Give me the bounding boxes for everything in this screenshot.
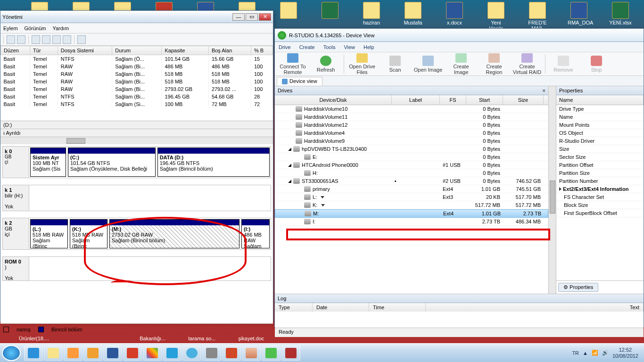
property-row[interactable]: Drive Type (556, 105, 644, 113)
desktop-icon[interactable]: haziran (360, 2, 383, 30)
property-row[interactable]: Sector Size (556, 153, 644, 161)
property-row[interactable]: R-Studio Driver (556, 137, 644, 145)
drive-row[interactable]: I:2.73 TB486.34 MB (275, 218, 548, 226)
volume-row[interactable]: BasitTemelRAWSağlam (Bi...2793.02 GB2793… (1, 85, 273, 93)
taskbar-item[interactable] (123, 346, 142, 361)
volume-row[interactable]: BasitTemelNTFSSağlam (Bi...196.45 GB54.6… (1, 93, 273, 100)
menu-action[interactable]: Eylem (3, 25, 18, 31)
desktop-icon[interactable]: FRED'E MAİL (526, 2, 549, 30)
horizontal-scrollbar[interactable] (0, 137, 273, 144)
col-layout[interactable]: Düzen (1, 46, 30, 55)
system-tray[interactable]: TR ▲ 📶 🔊 12:52 10/08/2012 (572, 347, 642, 358)
tab-device-view[interactable]: Device view (277, 77, 322, 86)
taskbar-item[interactable] (64, 346, 83, 361)
property-row[interactable]: Name (556, 113, 644, 121)
drive-row[interactable]: ◢ HTCAndroid Phone0000#1 USB0 Bytes (275, 161, 548, 169)
toolbar-button[interactable] (7, 35, 15, 44)
desktop-icon[interactable]: RMA_DOA ... (568, 2, 590, 30)
log-columns[interactable]: Type Date Time Text (275, 303, 644, 312)
menu-create[interactable]: Create (299, 44, 315, 50)
menu-help[interactable]: Help (363, 44, 374, 50)
vertical-scrollbar[interactable] (548, 86, 556, 294)
taskbar-item[interactable] (202, 346, 221, 361)
toolbar-button[interactable] (63, 35, 71, 44)
close-panel-icon[interactable]: × (543, 88, 545, 93)
menu-view[interactable]: View (344, 44, 355, 50)
maximize-button[interactable]: ▭ (246, 13, 258, 21)
drives-list[interactable]: HarddiskVolume100 Bytes HarddiskVolume11… (275, 105, 548, 294)
connect-remote-button[interactable]: Connect To Remote (278, 53, 308, 75)
properties-tab-button[interactable]: ⚙ Properties (558, 283, 598, 292)
menu-drive[interactable]: Drive (279, 44, 291, 50)
property-row[interactable]: Partition Offset (556, 161, 644, 169)
open-drive-files-button[interactable]: Open Drive Files (347, 53, 377, 75)
tray-volume-icon[interactable]: 🔊 (602, 350, 609, 356)
drive-row[interactable]: H:0 Bytes (275, 169, 548, 177)
menu-help[interactable]: Yardım (52, 25, 69, 31)
property-section[interactable]: Ext2/Ext3/Ext4 Information (556, 185, 644, 193)
col-pct[interactable]: % B (251, 46, 272, 55)
toolbar-button[interactable] (52, 35, 61, 44)
partition-c[interactable]: (C:)101.54 GB NTFSSağlam (Önyükleme, Dis… (68, 148, 156, 177)
partition-system[interactable]: Sistem Ayr100 MB NTSağlam (Sis (30, 148, 66, 177)
property-list[interactable]: Drive TypeNameMount PointsOS ObjectR-Stu… (556, 105, 644, 185)
drive-row[interactable]: HarddiskVolume120 Bytes (275, 121, 548, 129)
scan-button[interactable]: Scan (380, 53, 410, 75)
disk-row-0[interactable]: k 0GBçi Sistem Ayr100 MB NTSağlam (Sis (… (2, 146, 271, 178)
taskbar-item[interactable] (281, 346, 300, 361)
col-label[interactable]: Label (392, 95, 440, 105)
taskbar-item[interactable] (222, 346, 241, 361)
drive-row[interactable]: M:Ext41.01 GB2.73 TB (275, 209, 548, 218)
taskbar-item[interactable] (143, 346, 162, 361)
volume-row[interactable]: BasitTemelRAWSağlam (Bi...518 MB518 MB10… (1, 78, 273, 85)
tray-network-icon[interactable]: 📶 (592, 350, 598, 356)
volume-table[interactable]: Düzen Tür Dosya Sistemi Durum Kapasite B… (0, 46, 273, 121)
property-row[interactable]: Partition Size (556, 169, 644, 177)
close-button[interactable]: ✕ (259, 13, 271, 21)
taskbar-item[interactable] (44, 346, 63, 361)
property-row[interactable]: Block Size (556, 201, 644, 209)
drive-row[interactable]: ◢ hpDVDWBD TS-LB23L04000 Bytes (275, 145, 548, 153)
taskbar-item[interactable] (182, 346, 201, 361)
disk-row-1[interactable]: k 1bilir (H:)Yok (2, 185, 271, 211)
col-fs[interactable]: FS (440, 95, 466, 105)
menu-tools[interactable]: Tools (323, 44, 336, 50)
partition-k[interactable]: (K:)518 MB RAWSağlam (Birinc (70, 219, 107, 248)
titlebar[interactable]: Yönetimi — ▭ ✕ (0, 11, 273, 23)
property-row[interactable]: OS Object (556, 129, 644, 137)
drive-row[interactable]: HarddiskVolume100 Bytes (275, 105, 548, 113)
drive-row[interactable]: E:0 Bytes (275, 153, 548, 161)
toolbar-button[interactable] (17, 35, 25, 44)
taskbar-item[interactable] (24, 346, 43, 361)
taskbar-item[interactable] (242, 346, 261, 361)
taskbar-item[interactable] (163, 346, 182, 361)
volume-row[interactable]: BasitTemelRAWSağlam (Bi...486 MB486 MB10… (1, 63, 273, 70)
col-free[interactable]: Boş Alan (208, 46, 251, 55)
property-row[interactable]: Mount Points (556, 121, 644, 129)
toolbar-button[interactable] (32, 35, 40, 44)
drive-row[interactable]: ◢ ST33000651AS▪#2 USB0 Bytes746.52 GB (275, 177, 548, 185)
drive-row[interactable]: HarddiskVolume110 Bytes (275, 113, 548, 121)
volume-row[interactable]: BasitTemelNTFSSağlam (Ö...101.54 GB15.66… (1, 55, 273, 63)
property-row[interactable]: FS Character Set (556, 193, 644, 201)
volume-row[interactable]: BasitTemelNTFSSağlam (Si...100 MB72 MB72 (1, 100, 273, 108)
property-row[interactable]: Size (556, 145, 644, 153)
create-virtual-raid-button[interactable]: Create Virtual RAID (512, 53, 542, 75)
drives-columns[interactable]: Device/Disk Label FS Start Size (275, 95, 548, 105)
drive-row[interactable]: L:Ext320 KB517.70 MB (275, 193, 548, 201)
taskbar-item[interactable] (83, 346, 102, 361)
taskbar-item[interactable] (103, 346, 122, 361)
col-type[interactable]: Tür (30, 46, 58, 55)
disk-row-rom[interactable]: ROM 0)Yok (2, 256, 271, 281)
col-start[interactable]: Start (466, 95, 503, 105)
disk-row-2[interactable]: k 2GBiçi (L:)518 MB RAWSağlam (Birinc (K… (2, 218, 271, 250)
dropdown-icon[interactable] (321, 204, 325, 206)
desktop-icon[interactable] (277, 2, 300, 30)
start-button[interactable] (2, 345, 21, 361)
dropdown-icon[interactable] (321, 196, 324, 198)
property-row[interactable]: Partition Number (556, 177, 644, 185)
tray-flag-icon[interactable]: ▲ (583, 350, 588, 356)
taskbar-item[interactable] (262, 346, 281, 361)
drive-row[interactable]: K:517.72 MB517.72 MB (275, 201, 548, 209)
desktop-icon[interactable]: x.docx (443, 2, 466, 30)
